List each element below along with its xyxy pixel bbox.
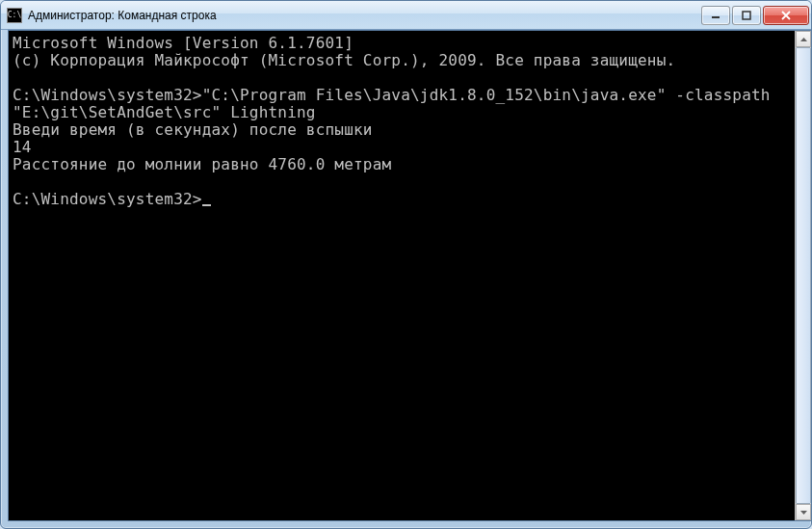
close-button[interactable]: [763, 6, 809, 25]
output-line: Введи время (в секундах) после вспышки: [13, 120, 373, 139]
maximize-button[interactable]: [732, 6, 761, 25]
cursor-icon: [202, 204, 211, 206]
svg-rect-0: [712, 16, 720, 18]
titlebar[interactable]: C:\ Администратор: Командная строка: [1, 1, 811, 30]
terminal-output[interactable]: Microsoft Windows [Version 6.1.7601] (c)…: [9, 31, 795, 520]
scrollbar-track[interactable]: [796, 47, 811, 504]
svg-rect-1: [743, 12, 750, 19]
window-controls: [699, 6, 809, 25]
cmd-icon: C:\: [7, 8, 22, 23]
minimize-button[interactable]: [701, 6, 730, 25]
output-line: (c) Корпорация Майкрософт (Microsoft Cor…: [13, 51, 675, 69]
scrollbar-thumb[interactable]: [796, 47, 811, 504]
prompt: C:\Windows\system32>: [13, 190, 202, 208]
output-line: C:\Windows\system32>"C:\Program Files\Ja…: [13, 86, 779, 121]
scroll-down-button[interactable]: [796, 504, 811, 520]
scroll-up-button[interactable]: [796, 31, 811, 47]
command-prompt-window: C:\ Администратор: Командная строка Micr…: [0, 0, 812, 529]
client-area: Microsoft Windows [Version 6.1.7601] (c)…: [8, 30, 811, 521]
output-line: Microsoft Windows [Version 6.1.7601]: [13, 34, 354, 52]
vertical-scrollbar[interactable]: [795, 31, 811, 520]
window-title: Администратор: Командная строка: [28, 9, 699, 22]
output-line: 14: [13, 138, 32, 156]
output-line: Расстояние до молнии равно 4760.0 метрам: [13, 155, 391, 173]
